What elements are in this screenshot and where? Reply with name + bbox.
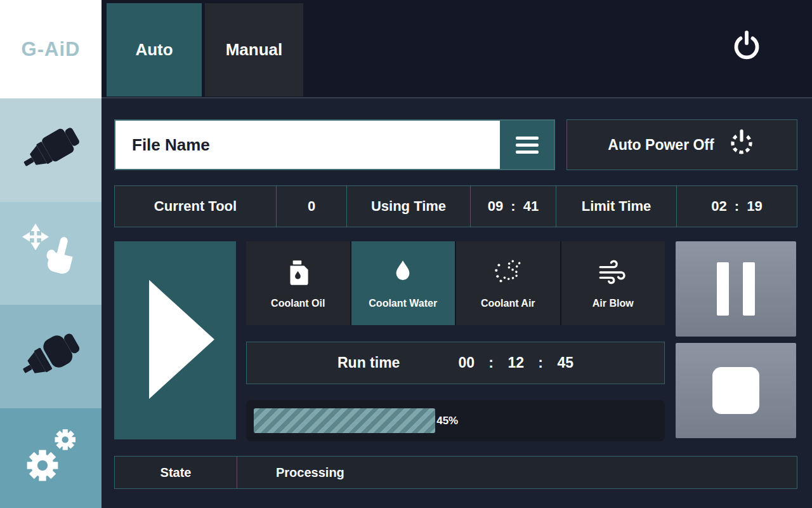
using-time-label: Using Time	[346, 186, 470, 227]
current-tool-label: Current Tool	[115, 186, 276, 227]
pause-icon	[717, 262, 729, 316]
dashed-power-icon	[727, 128, 756, 161]
air-blow-label: Air Blow	[593, 298, 634, 309]
air-blow-button[interactable]: Air Blow	[561, 241, 665, 325]
limit-time-label: Limit Time	[556, 186, 676, 227]
file-menu-button[interactable]	[500, 121, 554, 169]
coolant-oil-button[interactable]: Coolant Oil	[246, 241, 350, 325]
pause-button[interactable]	[676, 241, 796, 337]
sidebar-item-tool-dresser[interactable]	[0, 98, 102, 202]
runtime-value: 00 : 12 : 45	[458, 354, 573, 371]
limit-time-value: 02 : 19	[676, 186, 797, 227]
state-value: Processing	[237, 465, 344, 480]
progress-fill	[254, 408, 435, 433]
topbar: Auto Manual	[102, 0, 812, 98]
tab-manual[interactable]: Manual	[205, 3, 303, 97]
runtime-label: Run time	[337, 354, 400, 371]
progress-bar: 45%	[246, 400, 665, 441]
menu-icon	[516, 144, 539, 147]
tab-auto[interactable]: Auto	[107, 3, 202, 97]
coolant-water-label: Coolant Water	[369, 298, 437, 309]
touch-move-icon	[20, 222, 81, 285]
file-name-input[interactable]	[115, 121, 500, 169]
menu-icon	[516, 150, 539, 154]
main-panel: Auto Manual	[102, 0, 812, 508]
sidebar: G-AiD	[0, 0, 102, 508]
sidebar-item-touch-move[interactable]	[0, 202, 102, 305]
tool-info-bar: Current Tool 0 Using Time 09 : 41 Limit …	[114, 185, 797, 227]
power-button[interactable]	[728, 29, 765, 66]
using-time-value: 09 : 41	[470, 186, 556, 227]
pause-icon	[743, 262, 755, 316]
stop-icon	[712, 367, 759, 414]
tab-manual-label: Manual	[226, 40, 283, 60]
progress-label: 45%	[436, 415, 458, 427]
tool-icon	[18, 323, 84, 391]
coolant-oil-label: Coolant Oil	[271, 298, 325, 309]
coolant-air-label: Coolant Air	[481, 298, 535, 309]
water-drop-icon	[387, 257, 419, 291]
file-name-group	[114, 119, 555, 170]
tab-auto-label: Auto	[135, 40, 173, 60]
power-icon	[730, 29, 764, 66]
menu-icon	[516, 137, 539, 140]
play-icon	[143, 278, 208, 403]
sidebar-item-tool-change[interactable]	[0, 305, 102, 408]
gears-icon	[18, 424, 84, 493]
app-root: G-AiD	[0, 0, 812, 508]
stop-button[interactable]	[676, 343, 796, 438]
sidebar-item-settings[interactable]	[0, 408, 102, 508]
coolant-button-row: Coolant Oil Coolant Water	[246, 241, 665, 325]
current-tool-value: 0	[276, 186, 346, 227]
state-bar: State Processing	[114, 456, 797, 489]
coolant-air-button[interactable]: Coolant Air	[456, 241, 560, 325]
state-label: State	[115, 465, 237, 480]
coolant-water-button[interactable]: Coolant Water	[351, 241, 455, 325]
air-spray-icon	[492, 257, 524, 291]
app-logo: G-AiD	[0, 0, 102, 98]
oil-can-icon	[282, 257, 314, 291]
play-button[interactable]	[114, 241, 236, 439]
wind-icon	[597, 257, 629, 291]
tool-icon	[18, 116, 84, 185]
runtime-bar: Run time 00 : 12 : 45	[246, 342, 665, 384]
auto-power-off-label: Auto Power Off	[608, 137, 714, 154]
auto-power-off-button[interactable]: Auto Power Off	[566, 119, 797, 170]
